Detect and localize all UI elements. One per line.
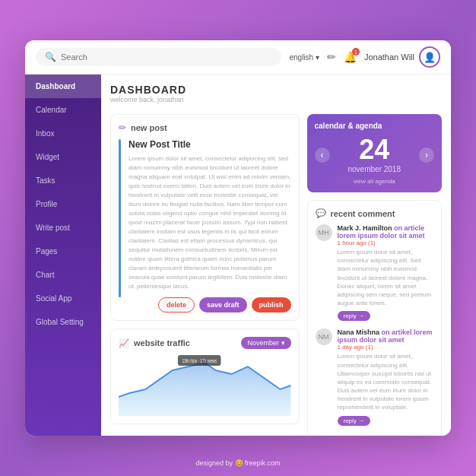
sidebar-item-tasks[interactable]: Tasks (25, 169, 101, 192)
post-title: New Post Title (129, 139, 291, 150)
sidebar-item-calendar[interactable]: Calendar (25, 98, 101, 122)
delete-button[interactable]: delete (158, 297, 195, 313)
comment-meta-2: 1 day ago (1) (338, 344, 434, 351)
page-title: DASHBOARD (110, 84, 442, 96)
avatar[interactable]: 👤 (419, 46, 440, 68)
header: 🔍 english ▾ ✏ 🔔 1 Jonathan Will 👤 (25, 40, 451, 75)
panel-header: ✏ new post (119, 122, 291, 133)
sidebar-item-pages[interactable]: Pages (25, 240, 101, 263)
calendar-nav: ‹ 24 november 2018 › (315, 136, 435, 173)
reply-button-2[interactable]: reply → (338, 416, 371, 426)
right-column: calendar & agenda ‹ 24 november 2018 › v… (307, 114, 443, 436)
sidebar-item-socialapp[interactable]: Social App (25, 287, 101, 310)
new-post-text: New Post Title Lorem ipsum dolor sit ame… (129, 139, 291, 297)
traffic-panel: 📈 website traffic November ▾ (110, 328, 300, 424)
calendar-date: 24 (348, 136, 401, 163)
calendar-prev-button[interactable]: ‹ (315, 148, 330, 163)
calendar-month: november 2018 (348, 165, 401, 173)
chart-area: 13th Nov · 17k views (119, 355, 291, 416)
calendar-panel: calendar & agenda ‹ 24 november 2018 › v… (307, 114, 443, 192)
calendar-view-all[interactable]: view all agenda (315, 178, 435, 185)
comment-item-1: MH Mark J. Hamilton on article lorem ips… (316, 224, 434, 321)
traffic-filter-button[interactable]: November ▾ (241, 337, 290, 349)
sidebar-item-profile[interactable]: Profile (25, 192, 101, 216)
sidebar-item-chart[interactable]: Chart (25, 263, 101, 287)
search-bar[interactable]: 🔍 (36, 48, 281, 66)
new-post-panel: ✏ new post New Post Title Lorem ipsum do… (110, 114, 300, 321)
comment-avatar-2: NM (316, 328, 332, 345)
sidebar-item-writepost[interactable]: Write post (25, 216, 101, 240)
page-title-section: DASHBOARD welcome back, jonathan (110, 84, 442, 103)
comment-icon: 💬 (316, 208, 326, 218)
svg-text:13th Nov · 17k views: 13th Nov · 17k views (182, 358, 217, 363)
content-area: DASHBOARD welcome back, jonathan ✏ new p… (101, 75, 451, 436)
search-icon: 🔍 (45, 52, 56, 62)
left-column: ✏ new post New Post Title Lorem ipsum do… (110, 114, 300, 436)
traffic-header: 📈 website traffic November ▾ (119, 337, 291, 349)
main-layout: Dashboard Calendar Inbox Widget Tasks Pr… (25, 75, 451, 436)
new-post-inner: New Post Title Lorem ipsum dolor sit ame… (119, 139, 291, 297)
sidebar-item-dashboard[interactable]: Dashboard (25, 75, 101, 98)
comment-text-1: Lorem ipsum dolor sit amet, consectetur … (338, 248, 434, 307)
sidebar-item-widget[interactable]: Widget (25, 145, 101, 169)
comment-author-1: Mark J. Hamilton on article lorem ipsum … (338, 224, 434, 240)
sidebar: Dashboard Calendar Inbox Widget Tasks Pr… (25, 75, 101, 436)
panel-edit-icon: ✏ (119, 122, 126, 133)
notification-icon[interactable]: 🔔 1 (344, 51, 357, 63)
comment-text-2: Lorem ipsum dolor sit amet, consectetur … (338, 352, 434, 411)
post-body: Lorem ipsum dolor sit amet, consectetur … (129, 154, 291, 291)
post-actions: delete save draft publish (119, 297, 291, 313)
traffic-title: 📈 website traffic (119, 338, 190, 348)
post-accent-bar (119, 139, 121, 297)
chart-line-icon: 📈 (119, 338, 129, 348)
reply-button-1[interactable]: reply → (338, 311, 371, 321)
footer-credit: designed by 😊 freepik.com (0, 459, 476, 467)
comments-panel: 💬 recent comment MH Mark J. Hamilton on … (307, 200, 443, 436)
comments-title: 💬 recent comment (316, 208, 434, 218)
notification-badge: 1 (352, 48, 360, 56)
save-draft-button[interactable]: save draft (199, 297, 247, 313)
search-input[interactable] (61, 52, 272, 62)
two-col-layout: ✏ new post New Post Title Lorem ipsum do… (110, 114, 442, 436)
page-subtitle: welcome back, jonathan (110, 96, 442, 103)
header-right: english ▾ ✏ 🔔 1 Jonathan Will 👤 (289, 46, 440, 68)
user-info: Jonathan Will 👤 (364, 46, 440, 68)
dashboard-container: 🔍 english ▾ ✏ 🔔 1 Jonathan Will 👤 (25, 40, 451, 436)
comment-content-1: Mark J. Hamilton on article lorem ipsum … (338, 224, 434, 321)
comment-content-2: Nana Mishna on artikel lorem ipsum dolor… (338, 328, 434, 425)
comment-author-2: Nana Mishna on artikel lorem ipsum dolor… (338, 328, 434, 344)
comment-item-2: NM Nana Mishna on artikel lorem ipsum do… (316, 328, 434, 425)
sidebar-item-inbox[interactable]: Inbox (25, 122, 101, 145)
traffic-chart: 13th Nov · 17k views (119, 355, 291, 416)
language-selector[interactable]: english ▾ (289, 53, 319, 62)
calendar-next-button[interactable]: › (419, 148, 434, 163)
publish-button[interactable]: publish (252, 297, 291, 313)
comment-meta-1: 1 hour ago (1) (338, 240, 434, 246)
comment-avatar-1: MH (316, 224, 332, 241)
edit-icon[interactable]: ✏ (327, 51, 336, 63)
calendar-title: calendar & agenda (315, 122, 435, 130)
user-name: Jonathan Will (364, 52, 414, 62)
avatar-icon: 👤 (424, 52, 436, 63)
sidebar-item-globalsetting[interactable]: Global Setting (25, 310, 101, 334)
new-post-title: new post (131, 123, 167, 132)
